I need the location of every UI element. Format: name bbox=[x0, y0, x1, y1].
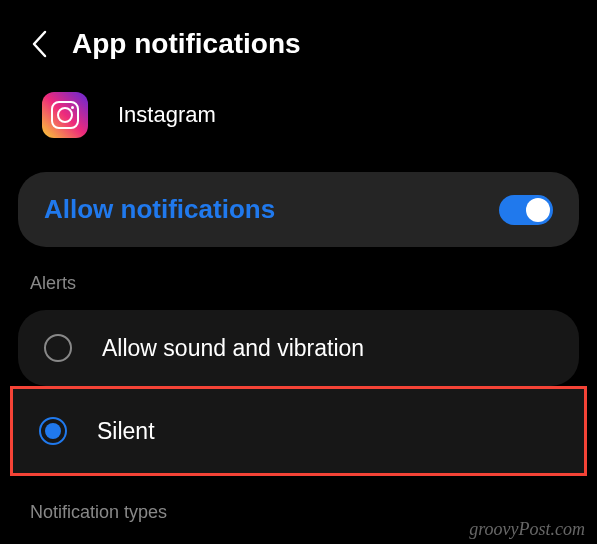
radio-sound-vibration[interactable]: Allow sound and vibration bbox=[18, 310, 579, 386]
radio-label: Silent bbox=[97, 418, 155, 445]
allow-notifications-label: Allow notifications bbox=[44, 194, 275, 225]
alerts-section-label: Alerts bbox=[0, 247, 597, 310]
page-title: App notifications bbox=[72, 28, 301, 60]
alerts-card: Allow sound and vibration bbox=[18, 310, 579, 386]
instagram-icon bbox=[42, 92, 88, 138]
app-name: Instagram bbox=[118, 102, 216, 128]
allow-notifications-card[interactable]: Allow notifications bbox=[18, 172, 579, 247]
radio-icon bbox=[44, 334, 72, 362]
watermark: groovyPost.com bbox=[469, 519, 585, 540]
radio-silent[interactable]: Silent bbox=[13, 389, 584, 473]
highlighted-option: Silent bbox=[10, 386, 587, 476]
allow-notifications-toggle[interactable] bbox=[499, 195, 553, 225]
radio-label: Allow sound and vibration bbox=[102, 335, 364, 362]
radio-icon-selected bbox=[39, 417, 67, 445]
back-icon[interactable] bbox=[30, 29, 48, 59]
app-info-row: Instagram bbox=[0, 80, 597, 172]
